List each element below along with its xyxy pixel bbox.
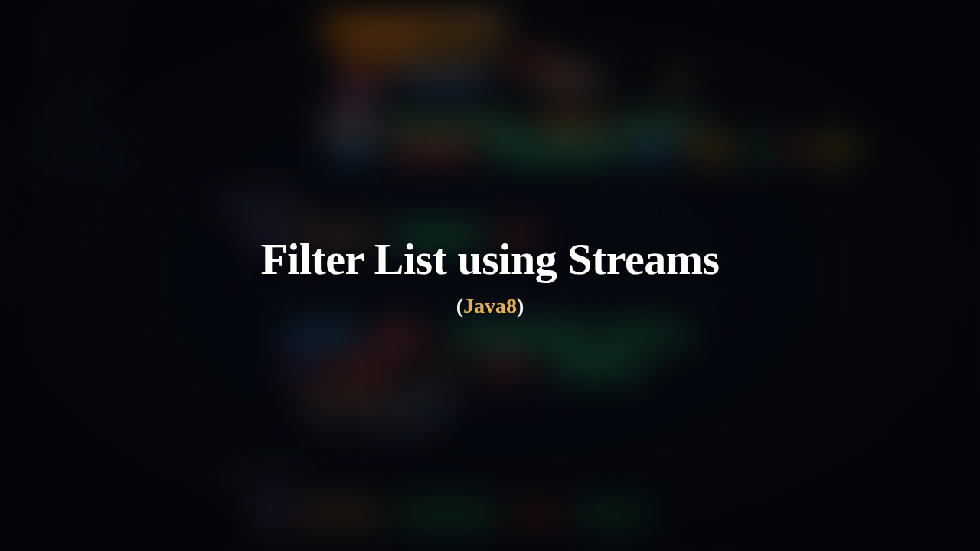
subtitle: (Java8) [260,294,719,318]
main-title: Filter List using Streams [260,233,719,285]
open-paren: ( [456,294,463,318]
close-paren: ) [517,294,524,318]
hero-text: Filter List using Streams (Java8) [260,233,719,318]
subtitle-inner: Java8 [463,294,517,318]
